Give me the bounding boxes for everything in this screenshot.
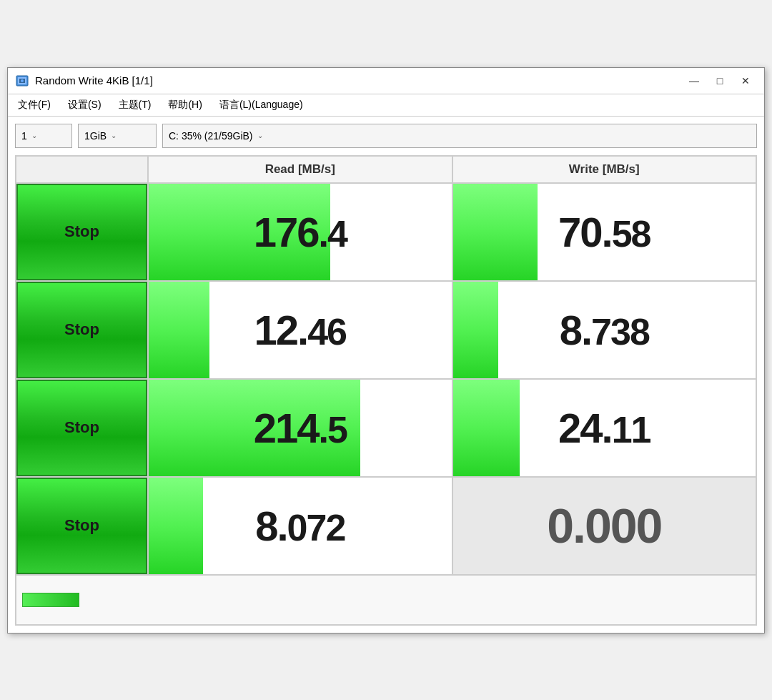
read-cell-row2: 12.46 bbox=[148, 281, 452, 379]
close-button[interactable]: ✕ bbox=[734, 72, 757, 89]
read-cell-row3: 214.5 bbox=[148, 379, 452, 477]
read-value-row2: 12.46 bbox=[254, 306, 346, 354]
menu-settings[interactable]: 设置(S) bbox=[65, 97, 104, 113]
menu-language[interactable]: 语言(L)(Language) bbox=[217, 97, 306, 113]
main-window: Random Write 4KiB [1/1] — □ ✕ 文件(F) 设置(S… bbox=[7, 67, 765, 634]
svg-point-3 bbox=[21, 79, 24, 82]
menu-theme[interactable]: 主题(T) bbox=[116, 97, 154, 113]
title-bar: Random Write 4KiB [1/1] — □ ✕ bbox=[8, 68, 764, 94]
read-header: Read [MB/s] bbox=[148, 156, 452, 183]
app-icon bbox=[15, 74, 29, 88]
stop-button-3[interactable]: Stop bbox=[16, 380, 147, 476]
window-controls: — □ ✕ bbox=[683, 72, 757, 89]
stop-btn-row4: Stop bbox=[16, 477, 148, 575]
stop-btn-row3: Stop bbox=[16, 379, 148, 477]
read-bar-row2 bbox=[149, 282, 209, 378]
write-value-row4: 0.000 bbox=[547, 498, 661, 553]
menu-help[interactable]: 帮助(H) bbox=[165, 97, 204, 113]
queue-dropdown[interactable]: 1 ⌄ bbox=[15, 124, 72, 148]
stop-button-2[interactable]: Stop bbox=[16, 282, 147, 378]
stop-btn-row1: Stop bbox=[16, 183, 148, 281]
drive-chevron-icon: ⌄ bbox=[257, 132, 263, 139]
write-value-row3: 24.11 bbox=[558, 404, 650, 452]
write-cell-row2: 8.738 bbox=[452, 281, 757, 379]
write-bar-row2 bbox=[453, 282, 499, 378]
drive-value: C: 35% (21/59GiB) bbox=[169, 130, 253, 142]
minimize-button[interactable]: — bbox=[683, 72, 706, 89]
menu-bar: 文件(F) 设置(S) 主题(T) 帮助(H) 语言(L)(Language) bbox=[8, 94, 764, 117]
bottom-status-bar bbox=[16, 575, 756, 625]
write-cell-row1: 70.58 bbox=[452, 183, 757, 281]
read-bar-row4 bbox=[149, 478, 203, 574]
size-chevron-icon: ⌄ bbox=[111, 132, 117, 139]
write-bar-row1 bbox=[453, 184, 538, 280]
write-cell-row3: 24.11 bbox=[452, 379, 757, 477]
read-value-row4: 8.072 bbox=[255, 502, 345, 550]
results-grid: Read [MB/s] Write [MB/s] Stop 176.4 70.5… bbox=[15, 155, 757, 626]
write-value-row1: 70.58 bbox=[558, 208, 650, 256]
read-cell-row1: 176.4 bbox=[148, 183, 452, 281]
queue-value: 1 bbox=[21, 130, 27, 142]
read-cell-row4: 8.072 bbox=[148, 477, 452, 575]
stop-btn-row2: Stop bbox=[16, 281, 148, 379]
queue-chevron-icon: ⌄ bbox=[31, 132, 37, 139]
progress-indicator bbox=[22, 593, 79, 607]
read-value-row1: 176.4 bbox=[254, 208, 347, 256]
write-cell-row4: 0.000 bbox=[452, 477, 757, 575]
drive-dropdown[interactable]: C: 35% (21/59GiB) ⌄ bbox=[162, 124, 757, 148]
header-empty-cell bbox=[16, 156, 148, 183]
menu-file[interactable]: 文件(F) bbox=[15, 97, 54, 113]
content-area: 1 ⌄ 1GiB ⌄ C: 35% (21/59GiB) ⌄ Read [MB/… bbox=[8, 117, 764, 633]
read-value-row3: 214.5 bbox=[254, 404, 347, 452]
write-value-row2: 8.738 bbox=[560, 306, 649, 354]
stop-button-4[interactable]: Stop bbox=[16, 478, 147, 574]
stop-button-1[interactable]: Stop bbox=[16, 184, 147, 280]
write-bar-row3 bbox=[453, 380, 520, 476]
size-value: 1GiB bbox=[84, 130, 107, 142]
window-title: Random Write 4KiB [1/1] bbox=[35, 74, 677, 87]
write-header: Write [MB/s] bbox=[452, 156, 757, 183]
maximize-button[interactable]: □ bbox=[708, 72, 731, 89]
toolbar: 1 ⌄ 1GiB ⌄ C: 35% (21/59GiB) ⌄ bbox=[15, 124, 757, 148]
size-dropdown[interactable]: 1GiB ⌄ bbox=[78, 124, 157, 148]
